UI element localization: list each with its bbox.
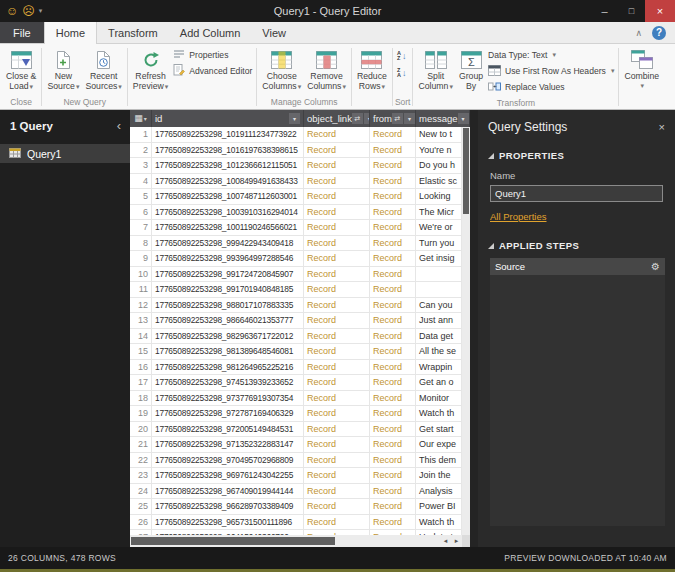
row-number-cell[interactable]: 20 bbox=[130, 422, 152, 437]
sort-ascending-button[interactable]: AZ ↓ bbox=[397, 49, 406, 63]
from-record-link[interactable]: Record bbox=[370, 189, 416, 204]
horizontal-scrollbar[interactable]: ◂ ▸ bbox=[130, 535, 462, 547]
object-link-record-link[interactable]: Record bbox=[304, 468, 370, 483]
object-link-record-link[interactable]: Record bbox=[304, 127, 370, 142]
object-link-record-link[interactable]: Record bbox=[304, 391, 370, 406]
horizontal-scrollbar-thumb[interactable] bbox=[131, 537, 335, 545]
from-record-link[interactable]: Record bbox=[370, 174, 416, 189]
query-name-input[interactable] bbox=[490, 185, 663, 202]
applied-steps-section-header[interactable]: APPLIED STEPS bbox=[478, 240, 675, 251]
object-link-record-link[interactable]: Record bbox=[304, 360, 370, 375]
row-number-cell[interactable]: 17 bbox=[130, 375, 152, 390]
remove-columns-button[interactable]: Remove Columns bbox=[304, 45, 349, 96]
choose-columns-button[interactable]: Choose Columns bbox=[259, 45, 304, 96]
group-by-button[interactable]: Σ Group By bbox=[456, 45, 486, 97]
from-record-link[interactable]: Record bbox=[370, 143, 416, 158]
from-record-link[interactable]: Record bbox=[370, 344, 416, 359]
send-frown-icon[interactable]: ☹ bbox=[22, 5, 35, 17]
scroll-left-icon[interactable]: ◂ bbox=[440, 535, 451, 547]
new-source-button[interactable]: New Source bbox=[44, 45, 82, 96]
object-link-record-link[interactable]: Record bbox=[304, 298, 370, 313]
help-icon[interactable]: ? bbox=[652, 26, 666, 40]
row-number-cell[interactable]: 5 bbox=[130, 189, 152, 204]
row-number-cell[interactable]: 10 bbox=[130, 267, 152, 282]
maximize-button[interactable]: □ bbox=[618, 0, 645, 22]
close-button[interactable]: × bbox=[645, 0, 675, 22]
tab-home[interactable]: Home bbox=[44, 22, 97, 44]
row-number-cell[interactable]: 2 bbox=[130, 143, 152, 158]
from-record-link[interactable]: Record bbox=[370, 391, 416, 406]
object-link-record-link[interactable]: Record bbox=[304, 453, 370, 468]
from-record-link[interactable]: Record bbox=[370, 313, 416, 328]
filter-icon-message[interactable]: ▾ bbox=[458, 113, 469, 124]
row-number-cell[interactable]: 6 bbox=[130, 205, 152, 220]
recent-sources-button[interactable]: Recent Sources bbox=[82, 45, 124, 96]
from-record-link[interactable]: Record bbox=[370, 468, 416, 483]
from-record-link[interactable]: Record bbox=[370, 127, 416, 142]
object-link-record-link[interactable]: Record bbox=[304, 174, 370, 189]
expand-column-icon[interactable]: ⇄ bbox=[352, 113, 363, 124]
row-number-cell[interactable]: 11 bbox=[130, 282, 152, 297]
file-tab[interactable]: File bbox=[0, 22, 44, 43]
row-number-cell[interactable]: 16 bbox=[130, 360, 152, 375]
use-first-row-as-headers-button[interactable]: Use First Row As Headers bbox=[488, 64, 614, 78]
data-type-button[interactable]: Data Type: Text bbox=[488, 48, 614, 62]
object-link-record-link[interactable]: Record bbox=[304, 251, 370, 266]
properties-button[interactable]: Properties bbox=[173, 48, 252, 62]
object-link-record-link[interactable]: Record bbox=[304, 158, 370, 173]
close-and-load-button[interactable]: Close & Load bbox=[3, 45, 39, 96]
column-header-object-link[interactable]: object_link ⇄ ▾ bbox=[304, 110, 370, 127]
row-number-cell[interactable]: 22 bbox=[130, 453, 152, 468]
applied-step-source[interactable]: Source ⚙ bbox=[490, 258, 665, 275]
sort-descending-button[interactable]: ZA ↓ bbox=[397, 66, 406, 80]
minimize-button[interactable]: – bbox=[591, 0, 618, 22]
from-record-link[interactable]: Record bbox=[370, 236, 416, 251]
object-link-record-link[interactable]: Record bbox=[304, 143, 370, 158]
object-link-record-link[interactable]: Record bbox=[304, 220, 370, 235]
object-link-record-link[interactable]: Record bbox=[304, 205, 370, 220]
row-number-cell[interactable]: 4 bbox=[130, 174, 152, 189]
ribbon-collapse-icon[interactable]: ∧ bbox=[635, 28, 642, 38]
object-link-record-link[interactable]: Record bbox=[304, 484, 370, 499]
row-number-cell[interactable]: 9 bbox=[130, 251, 152, 266]
column-header-message[interactable]: message ▾ bbox=[416, 110, 470, 127]
row-number-cell[interactable]: 25 bbox=[130, 499, 152, 514]
row-number-cell[interactable]: 18 bbox=[130, 391, 152, 406]
from-record-link[interactable]: Record bbox=[370, 515, 416, 530]
object-link-record-link[interactable]: Record bbox=[304, 437, 370, 452]
split-column-button[interactable]: Split Column bbox=[415, 45, 455, 97]
row-number-cell[interactable]: 12 bbox=[130, 298, 152, 313]
column-header-id[interactable]: id ▾ bbox=[152, 110, 304, 127]
quick-access-dropdown-icon[interactable]: ▾ bbox=[39, 7, 43, 15]
from-record-link[interactable]: Record bbox=[370, 267, 416, 282]
row-number-cell[interactable]: 14 bbox=[130, 329, 152, 344]
from-record-link[interactable]: Record bbox=[370, 251, 416, 266]
vertical-scrollbar-thumb[interactable] bbox=[463, 128, 469, 214]
refresh-preview-button[interactable]: Refresh Preview bbox=[130, 45, 171, 96]
object-link-record-link[interactable]: Record bbox=[304, 329, 370, 344]
from-record-link[interactable]: Record bbox=[370, 406, 416, 421]
tab-add-column[interactable]: Add Column bbox=[169, 22, 252, 43]
from-record-link[interactable]: Record bbox=[370, 329, 416, 344]
object-link-record-link[interactable]: Record bbox=[304, 313, 370, 328]
from-record-link[interactable]: Record bbox=[370, 298, 416, 313]
from-record-link[interactable]: Record bbox=[370, 437, 416, 452]
from-record-link[interactable]: Record bbox=[370, 205, 416, 220]
object-link-record-link[interactable]: Record bbox=[304, 282, 370, 297]
object-link-record-link[interactable]: Record bbox=[304, 422, 370, 437]
row-number-cell[interactable]: 1 bbox=[130, 127, 152, 142]
row-number-cell[interactable]: 7 bbox=[130, 220, 152, 235]
filter-icon-id[interactable]: ▾ bbox=[289, 113, 300, 124]
object-link-record-link[interactable]: Record bbox=[304, 189, 370, 204]
vertical-scrollbar[interactable] bbox=[462, 127, 470, 535]
from-record-link[interactable]: Record bbox=[370, 422, 416, 437]
collapse-pane-icon[interactable]: ‹ bbox=[117, 119, 121, 132]
advanced-editor-button[interactable]: Advanced Editor bbox=[173, 64, 252, 78]
object-link-record-link[interactable]: Record bbox=[304, 236, 370, 251]
expand-column-icon[interactable]: ⇄ bbox=[392, 113, 403, 124]
reduce-rows-button[interactable]: Reduce Rows bbox=[354, 45, 390, 96]
object-link-record-link[interactable]: Record bbox=[304, 406, 370, 421]
row-number-cell[interactable]: 8 bbox=[130, 236, 152, 251]
object-link-record-link[interactable]: Record bbox=[304, 515, 370, 530]
table-corner-menu[interactable]: ▦ ▾ bbox=[130, 110, 152, 127]
